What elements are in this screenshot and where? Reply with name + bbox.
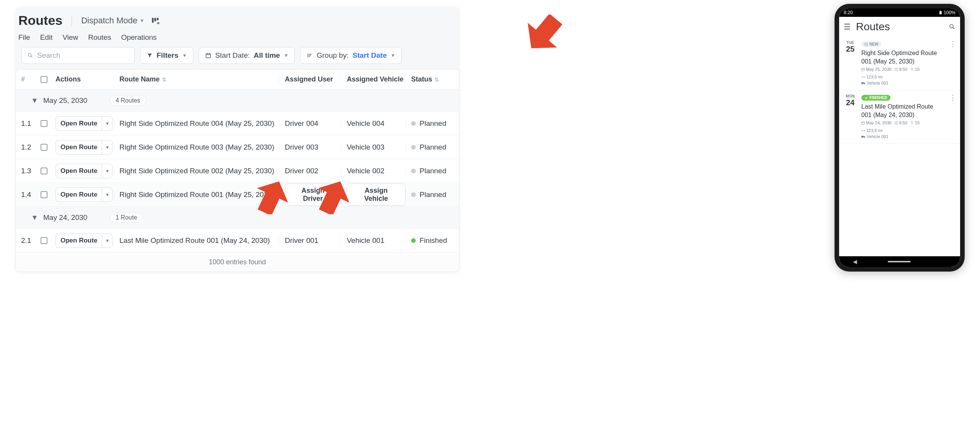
svg-rect-33 <box>861 136 864 137</box>
assigned-user: Driver 002 <box>285 167 318 175</box>
open-route-dropdown[interactable]: ▼ <box>102 116 113 131</box>
phone-date-block: MON24 <box>844 94 857 139</box>
chevron-down-icon: ▼ <box>390 53 395 58</box>
phone-dow: TUE <box>844 41 857 45</box>
svg-rect-7 <box>206 54 211 58</box>
open-route-label: Open Route <box>56 233 102 248</box>
svg-marker-36 <box>524 15 563 53</box>
open-route-button[interactable]: Open Route▼ <box>56 233 114 248</box>
assigned-user: Driver 001 <box>285 236 318 244</box>
status-label: Planned <box>420 119 446 127</box>
open-route-button[interactable]: Open Route▼ <box>56 187 114 202</box>
phone-route-item[interactable]: MON24 FINISHEDLast Mile Optimized Route … <box>839 90 960 144</box>
open-route-label: Open Route <box>56 116 102 131</box>
menu-operations[interactable]: Operations <box>121 33 157 42</box>
status-label: Planned <box>420 167 446 175</box>
date-filter-button[interactable]: Start Date: All time ▼ <box>199 47 295 64</box>
chevron-down-icon: ▼ <box>105 192 109 197</box>
phone-title-bar: ☰ Routes <box>839 17 960 37</box>
hamburger-icon[interactable]: ☰ <box>844 22 851 31</box>
assigned-vehicle: Vehicle 003 <box>347 143 384 151</box>
clock-icon <box>895 68 898 71</box>
row-checkbox[interactable] <box>36 237 52 244</box>
svg-point-4 <box>158 23 158 23</box>
status-badge: FINISHED <box>861 95 890 101</box>
home-pill[interactable] <box>888 261 911 262</box>
svg-point-27 <box>862 84 862 85</box>
row-checkbox[interactable] <box>36 191 52 198</box>
menu-view[interactable]: View <box>62 33 78 42</box>
col-actions: Actions <box>52 75 114 83</box>
pin-icon <box>910 121 914 125</box>
svg-rect-0 <box>152 18 154 23</box>
check-icon <box>864 96 868 99</box>
menu-edit[interactable]: Edit <box>40 33 53 42</box>
table-row[interactable]: 2.1Open Route▼Last Mile Optimized Route … <box>16 229 459 252</box>
row-checkbox[interactable] <box>36 144 52 151</box>
col-status[interactable]: Status⇅ <box>405 75 459 83</box>
open-route-button[interactable]: Open Route▼ <box>56 164 114 178</box>
date-value: All time <box>254 51 280 60</box>
assigned-vehicle: Vehicle 004 <box>347 119 384 127</box>
phone-time: 8:20 <box>844 10 853 15</box>
col-assigned-vehicle: Assigned Vehicle <box>341 75 405 83</box>
route-name: Right Side Optimized Route 004 (May 25, … <box>114 119 279 128</box>
table-row[interactable]: 1.4Open Route▼Right Side Optimized Route… <box>16 183 459 207</box>
meta-time: 8:50 <box>895 67 907 72</box>
entries-count: 1000 entries found <box>209 258 266 266</box>
title-bar: Routes Dispatch Mode ▼ <box>15 7 459 31</box>
kebab-menu-icon[interactable]: ⋮ <box>948 94 958 139</box>
col-index: # <box>16 75 36 83</box>
col-select-all[interactable] <box>36 76 52 83</box>
title-separator <box>72 16 72 26</box>
open-route-dropdown[interactable]: ▼ <box>102 164 113 178</box>
group-row[interactable]: ▼May 24, 20301 Route <box>16 207 459 229</box>
open-route-dropdown[interactable]: ▼ <box>102 233 113 248</box>
status-dot-icon <box>411 121 416 126</box>
phone-dow: MON <box>844 94 857 98</box>
table-row[interactable]: 1.2Open Route▼Right Side Optimized Route… <box>16 135 459 159</box>
phone-route-item[interactable]: TUE25 NEWRight Side Optimized Route 001 … <box>839 37 960 90</box>
row-index: 1.1 <box>16 119 36 128</box>
search-input[interactable]: Search <box>21 47 135 64</box>
route-name: Last Mile Optimized Route 001 (May 24, 2… <box>114 236 279 245</box>
assigned-user: Driver 003 <box>285 143 318 151</box>
mode-selector[interactable]: Dispatch Mode ▼ <box>81 16 144 26</box>
assign-driver-button[interactable]: Assign Driver <box>285 184 341 206</box>
chevron-down-icon: ▼ <box>105 169 109 173</box>
status-label: Planned <box>420 143 446 151</box>
table-row[interactable]: 1.1Open Route▼Right Side Optimized Route… <box>16 112 459 135</box>
svg-point-28 <box>864 84 865 85</box>
assign-vehicle-button[interactable]: Assign Vehicle <box>347 184 405 206</box>
distance-icon <box>861 75 865 79</box>
clock-icon <box>864 42 868 46</box>
phone-route-list[interactable]: TUE25 NEWRight Side Optimized Route 001 … <box>839 37 960 256</box>
open-route-button[interactable]: Open Route▼ <box>56 140 114 155</box>
group-date: May 25, 2030 <box>36 96 108 105</box>
checkbox-icon <box>41 144 47 151</box>
menu-file[interactable]: File <box>18 33 30 42</box>
filters-button[interactable]: Filters ▼ <box>140 47 193 64</box>
open-route-dropdown[interactable]: ▼ <box>102 140 113 155</box>
chevron-down-icon: ▼ <box>16 213 36 222</box>
row-index: 1.4 <box>16 190 36 199</box>
calendar-icon <box>861 121 865 125</box>
group-by-button[interactable]: Group by: Start Date ▼ <box>300 47 402 64</box>
phone-route-meta: May 25, 20308:5015123,6 mi <box>861 67 943 79</box>
col-assigned-user: Assigned User <box>279 75 341 83</box>
table-row[interactable]: 1.3Open Route▼Right Side Optimized Route… <box>16 159 459 183</box>
row-checkbox[interactable] <box>36 120 52 127</box>
open-route-dropdown[interactable]: ▼ <box>102 187 113 202</box>
phone-date-block: TUE25 <box>844 41 857 85</box>
menu-routes[interactable]: Routes <box>88 33 111 42</box>
open-route-button[interactable]: Open Route▼ <box>56 116 114 131</box>
group-icon <box>307 52 313 59</box>
kebab-menu-icon[interactable]: ⋮ <box>948 41 958 85</box>
group-row[interactable]: ▼May 25, 20304 Routes <box>16 90 459 112</box>
board-settings-icon[interactable] <box>151 16 160 25</box>
row-checkbox[interactable] <box>36 168 52 174</box>
col-route-name[interactable]: Route Name⇅ <box>114 75 279 83</box>
search-icon[interactable] <box>949 21 956 33</box>
back-icon[interactable]: ◀ <box>853 259 857 265</box>
phone-route-name: Last Mile Optimized Route 001 (May 24, 2… <box>861 103 943 119</box>
